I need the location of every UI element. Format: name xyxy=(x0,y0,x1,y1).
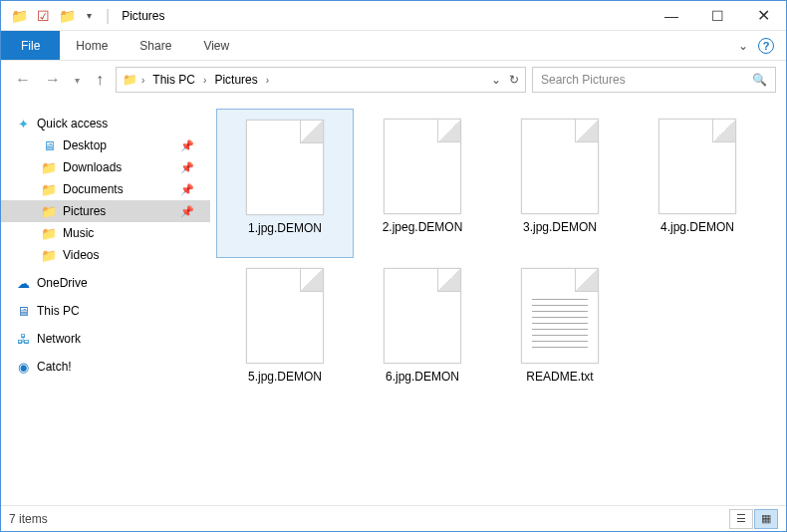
sidebar-label: Quick access xyxy=(37,117,108,131)
file-label: README.txt xyxy=(526,364,593,384)
music-icon: 📁 xyxy=(41,225,57,241)
up-button[interactable]: ↑ xyxy=(90,71,110,89)
file-icon xyxy=(246,120,324,215)
quick-access-icon: ✦ xyxy=(15,116,31,132)
sidebar-item-pictures[interactable]: 📁 Pictures 📌 xyxy=(1,200,210,222)
item-count: 7 items xyxy=(9,512,48,526)
sidebar-label: This PC xyxy=(37,304,80,318)
expand-ribbon-icon[interactable]: ⌄ xyxy=(738,39,748,53)
documents-icon: 📁 xyxy=(41,181,57,197)
file-label: 1.jpg.DEMON xyxy=(248,215,322,235)
tab-home[interactable]: Home xyxy=(60,31,124,60)
pin-icon: 📌 xyxy=(180,183,202,196)
thispc-icon: 🖥 xyxy=(15,303,31,319)
pin-icon: 📌 xyxy=(180,161,202,174)
sidebar-item-desktop[interactable]: 🖥 Desktop 📌 xyxy=(1,134,210,156)
maximize-button[interactable]: ☐ xyxy=(694,1,740,31)
onedrive-icon: ☁ xyxy=(15,275,31,291)
qat-properties-icon[interactable]: ☑ xyxy=(33,6,53,26)
chevron-right-icon[interactable]: › xyxy=(262,75,273,86)
sidebar-label: Network xyxy=(37,332,81,346)
network-icon: 🖧 xyxy=(15,331,31,347)
sidebar-item-label: Desktop xyxy=(63,138,107,152)
status-bar: 7 items ☰ ▦ xyxy=(1,505,786,531)
large-icons-view-button[interactable]: ▦ xyxy=(754,509,778,529)
chevron-right-icon[interactable]: › xyxy=(199,75,210,86)
text-file-icon xyxy=(521,268,599,364)
navigation-row: ← → ▾ ↑ 📁 › This PC › Pictures › ⌄ ↻ Sea… xyxy=(1,61,786,99)
file-tile[interactable]: 4.jpg.DEMON xyxy=(629,109,766,258)
file-icon xyxy=(384,119,461,214)
address-dropdown-icon[interactable]: ⌄ xyxy=(491,73,501,87)
sidebar-item-videos[interactable]: 📁 Videos xyxy=(1,244,210,266)
back-button[interactable]: ← xyxy=(11,71,35,89)
recent-locations-icon[interactable]: ▾ xyxy=(71,75,84,86)
navigation-pane: ✦ Quick access 🖥 Desktop 📌 📁 Downloads 📌… xyxy=(1,99,210,505)
tab-view[interactable]: View xyxy=(187,31,245,60)
search-input[interactable]: Search Pictures 🔍 xyxy=(532,67,776,93)
window-title: Pictures xyxy=(118,9,164,23)
sidebar-item-documents[interactable]: 📁 Documents 📌 xyxy=(1,178,210,200)
file-tab[interactable]: File xyxy=(1,31,60,60)
breadcrumb-thispc[interactable]: This PC xyxy=(148,73,199,87)
title-separator: | xyxy=(102,7,114,25)
file-label: 6.jpg.DEMON xyxy=(386,364,459,384)
sidebar-item-downloads[interactable]: 📁 Downloads 📌 xyxy=(1,156,210,178)
file-tile[interactable]: 3.jpg.DEMON xyxy=(491,109,629,258)
file-icon xyxy=(384,268,461,364)
sidebar-item-label: Downloads xyxy=(63,160,122,174)
pin-icon: 📌 xyxy=(180,139,202,152)
file-icon xyxy=(521,119,599,214)
sidebar-quick-access[interactable]: ✦ Quick access xyxy=(1,113,210,134)
file-tile[interactable]: 1.jpg.DEMON xyxy=(216,109,354,258)
sidebar-item-label: Documents xyxy=(63,182,124,196)
sidebar-item-music[interactable]: 📁 Music xyxy=(1,222,210,244)
search-placeholder: Search Pictures xyxy=(541,73,626,87)
file-icon xyxy=(658,119,736,214)
close-button[interactable]: ✕ xyxy=(740,1,786,31)
folder-quick-icon[interactable]: 📁 xyxy=(9,6,29,26)
refresh-icon[interactable]: ↻ xyxy=(509,73,519,87)
downloads-icon: 📁 xyxy=(41,159,57,175)
pin-icon: 📌 xyxy=(180,205,202,218)
tab-share[interactable]: Share xyxy=(124,31,187,60)
catch-icon: ◉ xyxy=(15,359,31,375)
file-label: 2.jpeg.DEMON xyxy=(383,214,463,234)
file-label: 4.jpg.DEMON xyxy=(660,214,734,234)
forward-button[interactable]: → xyxy=(41,71,65,89)
file-tile[interactable]: 6.jpg.DEMON xyxy=(354,258,491,407)
sidebar-label: OneDrive xyxy=(37,276,88,290)
ribbon: File Home Share View ⌄ ? xyxy=(1,31,786,61)
address-folder-icon: 📁 xyxy=(123,73,137,87)
file-icon xyxy=(246,268,324,364)
file-pane[interactable]: 1.jpg.DEMON2.jpeg.DEMON3.jpg.DEMON4.jpg.… xyxy=(210,99,786,505)
sidebar-thispc[interactable]: 🖥 This PC xyxy=(1,300,210,322)
file-label: 5.jpg.DEMON xyxy=(248,364,322,384)
sidebar-item-label: Music xyxy=(63,226,94,240)
minimize-button[interactable]: — xyxy=(649,1,694,31)
sidebar-onedrive[interactable]: ☁ OneDrive xyxy=(1,272,210,294)
help-icon[interactable]: ? xyxy=(758,38,774,54)
file-tile[interactable]: 5.jpg.DEMON xyxy=(216,258,354,407)
search-icon[interactable]: 🔍 xyxy=(752,73,767,87)
breadcrumb-pictures[interactable]: Pictures xyxy=(210,73,261,87)
details-view-button[interactable]: ☰ xyxy=(729,509,753,529)
qat-customize-icon[interactable]: ▾ xyxy=(81,10,98,21)
file-label: 3.jpg.DEMON xyxy=(523,214,597,234)
main-area: ✦ Quick access 🖥 Desktop 📌 📁 Downloads 📌… xyxy=(1,99,786,505)
desktop-icon: 🖥 xyxy=(41,137,57,153)
sidebar-item-label: Videos xyxy=(63,248,99,262)
address-bar[interactable]: 📁 › This PC › Pictures › ⌄ ↻ xyxy=(116,67,526,93)
chevron-right-icon[interactable]: › xyxy=(137,75,148,86)
videos-icon: 📁 xyxy=(41,247,57,263)
sidebar-network[interactable]: 🖧 Network xyxy=(1,328,210,350)
title-bar: 📁 ☑ 📁 ▾ | Pictures — ☐ ✕ xyxy=(1,1,786,31)
file-tile[interactable]: 2.jpeg.DEMON xyxy=(354,109,491,258)
pictures-icon: 📁 xyxy=(41,203,57,219)
sidebar-label: Catch! xyxy=(37,360,72,374)
qat-newfolder-icon[interactable]: 📁 xyxy=(57,6,77,26)
sidebar-item-label: Pictures xyxy=(63,204,106,218)
file-tile[interactable]: README.txt xyxy=(491,258,629,407)
sidebar-catch[interactable]: ◉ Catch! xyxy=(1,356,210,378)
